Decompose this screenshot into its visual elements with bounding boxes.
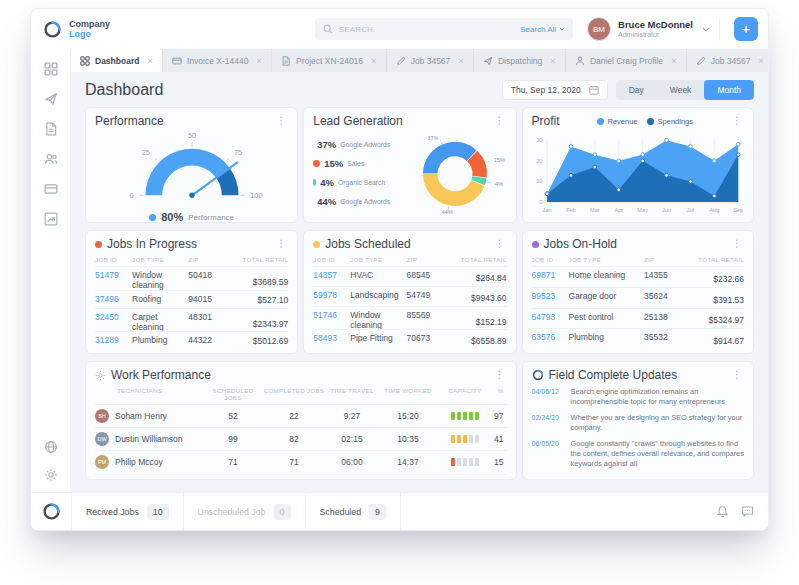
close-icon[interactable]: × bbox=[458, 55, 464, 66]
kebab-menu-icon[interactable]: ⋮ bbox=[493, 238, 507, 250]
bottom-bar: Recived Jobs10Unscheduled Job0Scheduled9 bbox=[31, 492, 768, 530]
range-month-button[interactable]: Month bbox=[704, 80, 754, 100]
search-scope-dropdown[interactable]: Search All bbox=[520, 25, 565, 34]
card-title: Field Complete Updates bbox=[549, 368, 678, 382]
kebab-menu-icon[interactable]: ⋮ bbox=[274, 238, 288, 250]
add-button[interactable]: + bbox=[734, 17, 758, 41]
table-row[interactable]: 54793Pest control25138$5324.97 bbox=[532, 308, 744, 329]
close-icon[interactable]: × bbox=[147, 55, 153, 66]
kebab-menu-icon[interactable]: ⋮ bbox=[730, 238, 744, 250]
legend-item-2: 4%Organic Search bbox=[313, 177, 385, 188]
slice-label: Sales bbox=[347, 160, 364, 167]
job-id-link[interactable]: 31289 bbox=[95, 335, 132, 345]
table-row[interactable]: 58493Pipe Fitting70673$6558.89 bbox=[313, 329, 506, 349]
kebab-menu-icon[interactable]: ⋮ bbox=[730, 115, 744, 127]
search-scope-label: Search All bbox=[520, 25, 556, 34]
kebab-menu-icon[interactable]: ⋮ bbox=[274, 115, 288, 127]
tab-invoice-x-14440[interactable]: Invoice X-14440× bbox=[163, 49, 272, 72]
tab-dispatching[interactable]: Dispatching× bbox=[474, 49, 566, 72]
close-icon[interactable]: × bbox=[758, 55, 764, 66]
table-row[interactable]: 51746Window cleaning85569$152.19 bbox=[313, 306, 506, 330]
table-row[interactable]: 69871Home cleaning14355$232.66 bbox=[532, 266, 744, 287]
kebab-menu-icon[interactable]: ⋮ bbox=[730, 369, 744, 381]
job-type: Pipe Fitting bbox=[350, 333, 406, 343]
sidebar-item-globe[interactable] bbox=[44, 440, 58, 454]
close-icon[interactable]: × bbox=[371, 55, 377, 66]
svg-text:Mar: Mar bbox=[590, 207, 600, 213]
tab-daniel-craig-profile[interactable]: Daniel Craig Profile× bbox=[566, 49, 687, 72]
job-id-link[interactable]: 32450 bbox=[95, 312, 132, 322]
chat-icon[interactable] bbox=[741, 505, 754, 518]
job-id-link[interactable]: 54793 bbox=[532, 312, 569, 322]
sidebar-item-documents[interactable] bbox=[44, 122, 58, 136]
update-date-link[interactable]: 02/24/20 bbox=[532, 413, 565, 433]
job-id-link[interactable]: 37496 bbox=[95, 294, 132, 304]
job-id-link[interactable]: 59978 bbox=[313, 290, 350, 300]
kebab-menu-icon[interactable]: ⋮ bbox=[493, 115, 507, 127]
job-id-link[interactable]: 14357 bbox=[313, 270, 350, 280]
sidebar-item-dashboard-grid[interactable] bbox=[44, 62, 58, 76]
bottombar-item-recived-jobs[interactable]: Recived Jobs10 bbox=[72, 493, 184, 530]
job-id-link[interactable]: 69871 bbox=[532, 270, 569, 280]
range-week-button[interactable]: Week bbox=[657, 80, 705, 100]
tab-dashboard[interactable]: Dashboard× bbox=[71, 49, 163, 72]
table-row[interactable]: 99523Garage door35624$391.53 bbox=[532, 287, 744, 308]
job-total: $9943.60 bbox=[449, 293, 507, 306]
job-id-link[interactable]: 51479 bbox=[95, 270, 132, 280]
update-text: Whether you are designing an SEO strateg… bbox=[571, 413, 744, 433]
update-date-link[interactable]: 04/06/12 bbox=[532, 387, 565, 407]
job-zip: 25138 bbox=[644, 312, 686, 322]
kebab-menu-icon[interactable]: ⋮ bbox=[493, 369, 507, 381]
search-input[interactable] bbox=[339, 25, 514, 34]
table-row[interactable]: 14357HVAC68545$264.84 bbox=[313, 266, 506, 286]
divider bbox=[719, 18, 720, 40]
close-icon[interactable]: × bbox=[256, 55, 262, 66]
job-id-link[interactable]: 58493 bbox=[313, 333, 350, 343]
sidebar-item-reports-chart[interactable] bbox=[44, 212, 58, 226]
tab-label: Daniel Craig Profile bbox=[590, 56, 663, 66]
table-row[interactable]: 37496Roofing94015$527.10 bbox=[95, 290, 288, 308]
profit-card: Profit RevenueSpendings ⋮ 0102030JanFebM… bbox=[522, 107, 754, 223]
table-row[interactable]: 51479Window cleaning50418$3689.59 bbox=[95, 266, 288, 290]
job-id-link[interactable]: 51746 bbox=[313, 310, 350, 320]
bottombar-item-scheduled[interactable]: Scheduled9 bbox=[306, 493, 401, 530]
tab-job-34567[interactable]: Job 34567× bbox=[687, 49, 768, 72]
user-avatar[interactable]: BM bbox=[587, 17, 611, 41]
column-header: JOB TYPE bbox=[350, 256, 406, 263]
job-zip: 35624 bbox=[644, 291, 686, 301]
gear-icon bbox=[95, 370, 106, 381]
sidebar-item-settings-gear[interactable] bbox=[44, 468, 58, 482]
close-icon[interactable]: × bbox=[671, 55, 677, 66]
table-row[interactable]: 31289Plumbing44322$5012.69 bbox=[95, 331, 288, 349]
job-id-link[interactable]: 63576 bbox=[532, 332, 569, 342]
table-row[interactable]: 32450Carpet cleaning48301$2343.97 bbox=[95, 308, 288, 332]
table-header: JOB IDJOB TYPEZIPTOTAL RETAIL bbox=[95, 251, 288, 266]
sidebar-item-team[interactable] bbox=[44, 152, 58, 166]
range-day-button[interactable]: Day bbox=[616, 80, 657, 100]
job-id-link[interactable]: 99523 bbox=[532, 291, 569, 301]
time-worked: 14:37 bbox=[379, 457, 437, 467]
table-row[interactable]: 59978Landscaping54749$9943.60 bbox=[313, 286, 506, 306]
svg-text:Jan: Jan bbox=[543, 207, 552, 213]
sidebar-item-billing-card[interactable] bbox=[44, 182, 58, 196]
close-icon[interactable]: × bbox=[550, 55, 556, 66]
chevron-down-icon bbox=[559, 27, 565, 31]
table-row[interactable]: 63576Plumbing35532$914.67 bbox=[532, 328, 744, 349]
tab-project-xn-24016[interactable]: Project XN-24016× bbox=[272, 49, 387, 72]
job-total: $152.19 bbox=[449, 317, 507, 330]
bottombar-item-unscheduled-job[interactable]: Unscheduled Job0 bbox=[184, 493, 306, 530]
user-menu-chevron-icon[interactable] bbox=[702, 27, 710, 32]
update-date-link[interactable]: 06/05/20 bbox=[532, 439, 565, 469]
notifications-bell-icon[interactable] bbox=[716, 505, 729, 518]
date-picker[interactable]: Thu, Sep 12, 2020 bbox=[502, 80, 608, 100]
card-title: Lead Generation bbox=[313, 114, 402, 128]
column-header: SCHEDULED JOBS bbox=[203, 387, 263, 401]
sidebar-item-dispatch-send[interactable] bbox=[44, 92, 58, 106]
job-type: Roofing bbox=[132, 294, 188, 304]
time-worked: 10:35 bbox=[379, 434, 437, 444]
job-total: $391.53 bbox=[686, 295, 744, 308]
tab-job-34567[interactable]: Job 34567× bbox=[387, 49, 474, 72]
time-travel: 9:27 bbox=[325, 411, 379, 421]
field-updates-card: Field Complete Updates ⋮ 04/06/12Search … bbox=[522, 361, 754, 480]
gauge-value: 80% bbox=[161, 211, 183, 223]
